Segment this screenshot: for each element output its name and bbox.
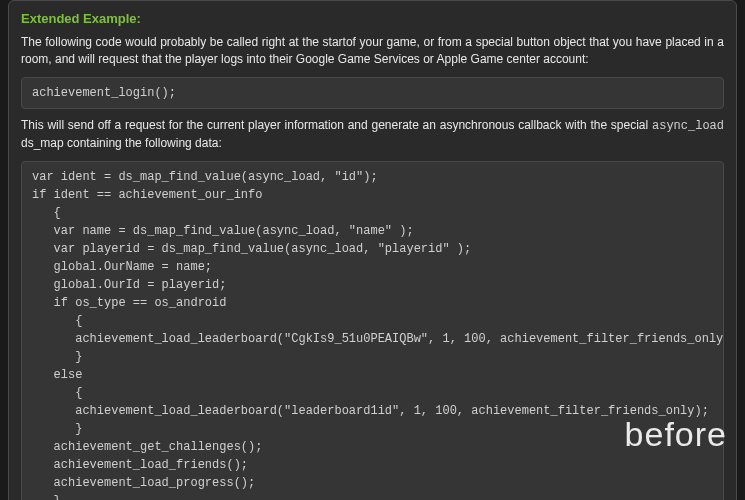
text-fragment: ds_map containing the following data: — [21, 136, 222, 150]
intro-paragraph: The following code would probably be cal… — [21, 34, 724, 69]
section-heading: Extended Example: — [21, 11, 724, 26]
text-fragment: This will send off a request for the cur… — [21, 118, 652, 132]
code-block-main: var ident = ds_map_find_value(async_load… — [21, 161, 724, 500]
inline-code-async-load: async_load — [652, 119, 724, 133]
example-panel: Extended Example: The following code wou… — [8, 0, 737, 500]
code-block-login: achievement_login(); — [21, 77, 724, 109]
callback-paragraph: This will send off a request for the cur… — [21, 117, 724, 153]
